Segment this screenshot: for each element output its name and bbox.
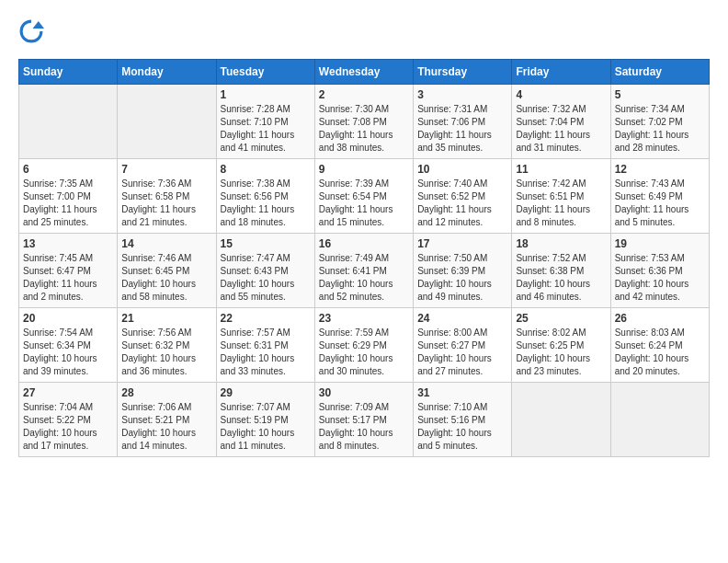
calendar-cell: 23Sunrise: 7:59 AM Sunset: 6:29 PM Dayli…	[314, 308, 413, 383]
calendar-cell: 5Sunrise: 7:34 AM Sunset: 7:02 PM Daylig…	[610, 85, 709, 159]
week-row-4: 27Sunrise: 7:04 AM Sunset: 5:22 PM Dayli…	[19, 383, 710, 457]
day-info: Sunrise: 7:31 AM Sunset: 7:06 PM Dayligh…	[417, 103, 507, 155]
calendar-cell: 1Sunrise: 7:28 AM Sunset: 7:10 PM Daylig…	[216, 85, 314, 159]
header-sunday: Sunday	[19, 60, 118, 85]
week-row-1: 6Sunrise: 7:35 AM Sunset: 7:00 PM Daylig…	[19, 159, 710, 234]
day-number: 1	[221, 88, 311, 101]
day-number: 10	[417, 163, 507, 176]
day-number: 26	[615, 312, 705, 325]
calendar-cell	[512, 383, 610, 457]
calendar-header: SundayMondayTuesdayWednesdayThursdayFrid…	[19, 60, 710, 85]
calendar-table: SundayMondayTuesdayWednesdayThursdayFrid…	[18, 59, 710, 457]
calendar-cell: 4Sunrise: 7:32 AM Sunset: 7:04 PM Daylig…	[512, 85, 610, 159]
day-info: Sunrise: 7:53 AM Sunset: 6:36 PM Dayligh…	[615, 252, 705, 304]
day-number: 16	[319, 237, 409, 250]
day-number: 18	[516, 237, 606, 250]
day-number: 31	[417, 386, 507, 399]
day-info: Sunrise: 7:28 AM Sunset: 7:10 PM Dayligh…	[221, 103, 311, 155]
logo-icon	[18, 18, 44, 44]
calendar-cell: 16Sunrise: 7:49 AM Sunset: 6:41 PM Dayli…	[314, 234, 413, 308]
day-info: Sunrise: 7:06 AM Sunset: 5:21 PM Dayligh…	[121, 401, 211, 453]
calendar-cell: 24Sunrise: 8:00 AM Sunset: 6:27 PM Dayli…	[414, 308, 512, 383]
day-info: Sunrise: 7:43 AM Sunset: 6:49 PM Dayligh…	[615, 178, 705, 229]
day-info: Sunrise: 7:54 AM Sunset: 6:34 PM Dayligh…	[23, 327, 113, 378]
day-number: 5	[615, 88, 705, 101]
day-info: Sunrise: 7:42 AM Sunset: 6:51 PM Dayligh…	[516, 178, 606, 229]
day-number: 13	[23, 237, 113, 250]
calendar-cell: 14Sunrise: 7:46 AM Sunset: 6:45 PM Dayli…	[118, 234, 216, 308]
header-wednesday: Wednesday	[314, 60, 413, 85]
day-info: Sunrise: 7:50 AM Sunset: 6:39 PM Dayligh…	[417, 252, 507, 304]
day-info: Sunrise: 7:59 AM Sunset: 6:29 PM Dayligh…	[319, 327, 409, 378]
header-thursday: Thursday	[414, 60, 512, 85]
week-row-3: 20Sunrise: 7:54 AM Sunset: 6:34 PM Dayli…	[19, 308, 710, 383]
day-info: Sunrise: 7:09 AM Sunset: 5:17 PM Dayligh…	[319, 401, 409, 453]
day-info: Sunrise: 7:46 AM Sunset: 6:45 PM Dayligh…	[121, 252, 211, 304]
day-info: Sunrise: 7:04 AM Sunset: 5:22 PM Dayligh…	[23, 401, 113, 453]
calendar-cell: 31Sunrise: 7:10 AM Sunset: 5:16 PM Dayli…	[414, 383, 512, 457]
day-number: 7	[121, 163, 211, 176]
day-info: Sunrise: 7:07 AM Sunset: 5:19 PM Dayligh…	[221, 401, 311, 453]
day-number: 14	[121, 237, 211, 250]
day-info: Sunrise: 7:39 AM Sunset: 6:54 PM Dayligh…	[319, 178, 409, 229]
day-info: Sunrise: 7:45 AM Sunset: 6:47 PM Dayligh…	[23, 252, 113, 304]
day-info: Sunrise: 7:40 AM Sunset: 6:52 PM Dayligh…	[417, 178, 507, 229]
day-info: Sunrise: 7:32 AM Sunset: 7:04 PM Dayligh…	[516, 103, 606, 155]
day-info: Sunrise: 7:30 AM Sunset: 7:08 PM Dayligh…	[319, 103, 409, 155]
calendar-cell	[118, 85, 216, 159]
day-number: 19	[615, 237, 705, 250]
calendar-cell: 18Sunrise: 7:52 AM Sunset: 6:38 PM Dayli…	[512, 234, 610, 308]
calendar-body: 1Sunrise: 7:28 AM Sunset: 7:10 PM Daylig…	[19, 85, 710, 457]
day-info: Sunrise: 8:02 AM Sunset: 6:25 PM Dayligh…	[516, 327, 606, 378]
day-info: Sunrise: 7:52 AM Sunset: 6:38 PM Dayligh…	[516, 252, 606, 304]
calendar-cell: 19Sunrise: 7:53 AM Sunset: 6:36 PM Dayli…	[610, 234, 709, 308]
day-number: 4	[516, 88, 606, 101]
calendar-cell: 28Sunrise: 7:06 AM Sunset: 5:21 PM Dayli…	[118, 383, 216, 457]
day-info: Sunrise: 8:00 AM Sunset: 6:27 PM Dayligh…	[417, 327, 507, 378]
page-header	[18, 18, 710, 44]
day-number: 20	[23, 312, 113, 325]
day-number: 21	[121, 312, 211, 325]
calendar-cell: 20Sunrise: 7:54 AM Sunset: 6:34 PM Dayli…	[19, 308, 118, 383]
calendar-cell: 17Sunrise: 7:50 AM Sunset: 6:39 PM Dayli…	[414, 234, 512, 308]
day-info: Sunrise: 7:10 AM Sunset: 5:16 PM Dayligh…	[417, 401, 507, 453]
day-number: 23	[319, 312, 409, 325]
day-number: 22	[221, 312, 311, 325]
day-number: 6	[23, 163, 113, 176]
calendar-cell: 12Sunrise: 7:43 AM Sunset: 6:49 PM Dayli…	[610, 159, 709, 234]
day-info: Sunrise: 7:56 AM Sunset: 6:32 PM Dayligh…	[121, 327, 211, 378]
day-info: Sunrise: 7:35 AM Sunset: 7:00 PM Dayligh…	[23, 178, 113, 229]
calendar-cell: 26Sunrise: 8:03 AM Sunset: 6:24 PM Dayli…	[610, 308, 709, 383]
calendar-cell: 11Sunrise: 7:42 AM Sunset: 6:51 PM Dayli…	[512, 159, 610, 234]
calendar-cell: 13Sunrise: 7:45 AM Sunset: 6:47 PM Dayli…	[19, 234, 118, 308]
day-info: Sunrise: 7:49 AM Sunset: 6:41 PM Dayligh…	[319, 252, 409, 304]
calendar-cell: 9Sunrise: 7:39 AM Sunset: 6:54 PM Daylig…	[314, 159, 413, 234]
calendar-cell	[610, 383, 709, 457]
day-info: Sunrise: 7:38 AM Sunset: 6:56 PM Dayligh…	[221, 178, 311, 229]
day-number: 25	[516, 312, 606, 325]
calendar-cell: 10Sunrise: 7:40 AM Sunset: 6:52 PM Dayli…	[414, 159, 512, 234]
day-number: 3	[417, 88, 507, 101]
week-row-2: 13Sunrise: 7:45 AM Sunset: 6:47 PM Dayli…	[19, 234, 710, 308]
calendar-cell: 25Sunrise: 8:02 AM Sunset: 6:25 PM Dayli…	[512, 308, 610, 383]
day-number: 8	[221, 163, 311, 176]
header-monday: Monday	[118, 60, 216, 85]
calendar-cell: 30Sunrise: 7:09 AM Sunset: 5:17 PM Dayli…	[314, 383, 413, 457]
svg-marker-0	[33, 21, 44, 29]
day-number: 9	[319, 163, 409, 176]
day-number: 15	[221, 237, 311, 250]
day-number: 24	[417, 312, 507, 325]
header-tuesday: Tuesday	[216, 60, 314, 85]
day-number: 12	[615, 163, 705, 176]
day-info: Sunrise: 8:03 AM Sunset: 6:24 PM Dayligh…	[615, 327, 705, 378]
calendar-cell: 2Sunrise: 7:30 AM Sunset: 7:08 PM Daylig…	[314, 85, 413, 159]
calendar-cell: 3Sunrise: 7:31 AM Sunset: 7:06 PM Daylig…	[414, 85, 512, 159]
calendar-cell: 7Sunrise: 7:36 AM Sunset: 6:58 PM Daylig…	[118, 159, 216, 234]
calendar-cell: 27Sunrise: 7:04 AM Sunset: 5:22 PM Dayli…	[19, 383, 118, 457]
header-saturday: Saturday	[610, 60, 709, 85]
week-row-0: 1Sunrise: 7:28 AM Sunset: 7:10 PM Daylig…	[19, 85, 710, 159]
day-number: 11	[516, 163, 606, 176]
logo	[18, 18, 48, 44]
day-number: 27	[23, 386, 113, 399]
header-row: SundayMondayTuesdayWednesdayThursdayFrid…	[19, 60, 710, 85]
